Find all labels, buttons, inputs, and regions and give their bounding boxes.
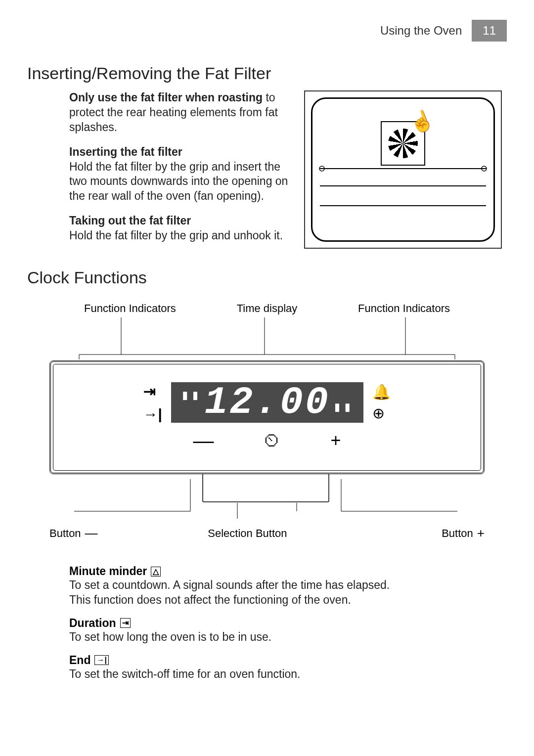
- duration-box-icon: ⇥: [120, 618, 131, 628]
- lcd-right-bars-icon: ▮▮: [333, 401, 354, 422]
- oven-shelf-line: [320, 205, 486, 206]
- clock-heading: Clock Functions: [27, 268, 507, 287]
- oven-shelf-line: [320, 185, 486, 186]
- lcd-left-bars-icon: ▮▮: [181, 383, 202, 403]
- fat-filter-intro: Only use the fat filter when roasting to…: [69, 90, 294, 135]
- fat-filter-text-column: Only use the fat filter when roasting to…: [27, 90, 294, 253]
- start-end-arrow-icon: ⇥: [143, 383, 162, 400]
- svg-rect-8: [203, 474, 329, 502]
- label-function-indicators-right: Function Indicators: [358, 302, 450, 315]
- button-plus-label: Button +: [442, 526, 485, 541]
- minus-button-icon: —: [193, 429, 214, 452]
- button-plus-text: Button: [442, 527, 473, 540]
- mount-icon-left: [318, 164, 325, 173]
- minute-minder-title: Minute minder △: [69, 565, 161, 578]
- bell-icon: 🔔: [372, 383, 391, 400]
- lcd-time: 12.00: [202, 383, 333, 422]
- lcd-screen: ▮▮ 12.00 ▮▮: [171, 382, 363, 423]
- clock-icon: ⊕: [372, 404, 391, 422]
- bottom-label-row: Button — Selection Button Button +: [49, 526, 485, 541]
- oven-diagram-column: ☝: [304, 90, 507, 253]
- fan-opening: ☝: [381, 121, 425, 166]
- button-row: — ⏲ +: [193, 429, 341, 452]
- remove-text: Hold the fat filter by the grip and unho…: [69, 229, 283, 242]
- end-desc: To set the switch-off time for an oven f…: [69, 667, 507, 682]
- display-panel-inner: ⇥ →| ▮▮ 12.00 ▮▮ 🔔 ⊕ — ⏲ +: [53, 364, 481, 471]
- top-connectors: [49, 315, 485, 359]
- bell-box-icon: △: [151, 567, 161, 577]
- mount-icon-right: [481, 164, 488, 173]
- duration-desc: To set how long the oven is to be in use…: [69, 630, 507, 645]
- svg-point-0: [319, 166, 324, 171]
- display-panel: ⇥ →| ▮▮ 12.00 ▮▮ 🔔 ⊕ — ⏲ +: [49, 360, 485, 474]
- end-arrow-icon: →|: [143, 406, 162, 423]
- end-title: End →|: [69, 654, 109, 667]
- left-function-icons: ⇥ →|: [143, 383, 165, 423]
- oven-shelf-line: [320, 168, 486, 169]
- selection-button-label: Selection Button: [208, 527, 287, 540]
- duration-title: Duration ⇥: [69, 617, 131, 630]
- button-minus-label: Button —: [49, 526, 98, 541]
- plus-symbol: +: [477, 526, 485, 541]
- fat-filter-intro-bold: Only use the fat filter when roasting: [69, 91, 263, 104]
- insert-section: Inserting the fat filter Hold the fat fi…: [69, 145, 294, 204]
- button-minus-text: Button: [49, 527, 81, 540]
- insert-title: Inserting the fat filter: [69, 145, 182, 158]
- top-label-row: Function Indicators Time display Functio…: [49, 302, 485, 315]
- clock-diagram: Function Indicators Time display Functio…: [49, 302, 485, 541]
- minute-minder-desc2: This function does not affect the functi…: [69, 593, 507, 608]
- header-section-title: Using the Oven: [380, 24, 462, 38]
- minute-minder-title-text: Minute minder: [69, 565, 147, 578]
- page-number: 11: [472, 20, 507, 42]
- oven-interior: ☝: [311, 97, 495, 242]
- oven-diagram: ☝: [304, 90, 502, 249]
- plus-button-icon: +: [330, 430, 341, 451]
- end-box-icon: →|: [94, 655, 108, 665]
- minute-minder-desc1: To set a countdown. A signal sounds afte…: [69, 578, 507, 593]
- label-function-indicators-left: Function Indicators: [84, 302, 176, 315]
- lcd-row: ⇥ →| ▮▮ 12.00 ▮▮ 🔔 ⊕: [143, 382, 391, 423]
- fat-filter-block: Only use the fat filter when roasting to…: [27, 90, 507, 253]
- fat-filter-heading: Inserting/Removing the Fat Filter: [27, 64, 507, 83]
- svg-point-1: [482, 166, 487, 171]
- remove-section: Taking out the fat filter Hold the fat f…: [69, 214, 294, 243]
- label-time-display: Time display: [237, 302, 298, 315]
- right-function-icons: 🔔 ⊕: [369, 383, 391, 422]
- duration-title-text: Duration: [69, 617, 116, 630]
- selection-button-icon: ⏲: [263, 430, 281, 451]
- insert-text: Hold the fat filter by the grip and inse…: [69, 160, 288, 203]
- page-header: Using the Oven 11: [27, 20, 507, 42]
- minus-symbol: —: [85, 526, 98, 541]
- end-title-text: End: [69, 654, 90, 667]
- remove-title: Taking out the fat filter: [69, 214, 191, 227]
- function-descriptions: Minute minder △ To set a countdown. A si…: [27, 556, 507, 682]
- bottom-connectors: [49, 474, 485, 524]
